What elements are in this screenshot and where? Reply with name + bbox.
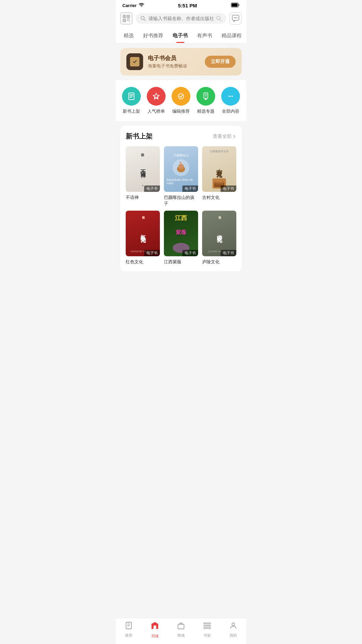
view-all-button[interactable]: 查看全部	[213, 133, 236, 140]
svg-point-30	[232, 96, 233, 97]
book-title-2: 巴颜喀拉山的孩子	[164, 195, 198, 207]
bottom-nav: 推荐 书城 商城 书架	[116, 618, 246, 644]
tab-haoshu[interactable]: 好书推荐	[138, 29, 168, 43]
svg-rect-5	[124, 16, 125, 17]
book-title-5: 江西紫薇	[164, 259, 198, 265]
tab-dianziShu[interactable]: 电子书	[168, 29, 192, 43]
category-popular[interactable]: 人气榜单	[147, 87, 166, 114]
svg-line-34	[180, 162, 181, 163]
status-left: Carrier	[122, 3, 144, 8]
battery-icon	[231, 3, 240, 8]
book-title-6: 庐陵文化	[202, 259, 236, 265]
search-icon	[140, 16, 146, 21]
book-item-gucun[interactable]: 古典建筑学丛书 古村文化 电子书 古村文化	[202, 146, 236, 207]
category-grid: 新书上架 人气榜单 编辑推荐	[119, 87, 243, 114]
svg-point-19	[237, 17, 238, 18]
book-cover-buyu-chan: 不知道山人的乡愁和他的时代 不语禅 ● 电子书	[126, 146, 160, 192]
svg-rect-45	[204, 625, 210, 626]
svg-rect-38	[126, 622, 131, 629]
svg-rect-1	[232, 3, 238, 7]
nav-shop[interactable]: 商城	[171, 622, 191, 638]
category-label-selected: 精选专题	[197, 108, 215, 114]
nav-mine-label: 我的	[230, 633, 237, 638]
membership-banner[interactable]: 电子书会员 海量电子书免费畅读 立即开通	[120, 48, 242, 75]
scan-icon[interactable]	[120, 12, 132, 24]
status-right	[231, 3, 240, 8]
category-label-popular: 人气榜单	[147, 108, 165, 114]
nav-recommend-label: 推荐	[125, 633, 132, 638]
book-badge-3: 电子书	[221, 185, 236, 192]
book-title-3: 古村文化	[202, 195, 236, 201]
chat-icon[interactable]	[230, 12, 242, 24]
svg-rect-46	[204, 628, 210, 629]
book-badge-6: 电子书	[221, 250, 236, 256]
section-title: 新书上架	[126, 132, 153, 141]
main-content: 电子书会员 海量电子书免费畅读 立即开通 新书上架	[116, 43, 246, 300]
category-icon-popular	[147, 87, 166, 106]
recommend-icon	[125, 622, 133, 632]
book-grid: 不知道山人的乡愁和他的时代 不语禅 ● 电子书 不语禅 巴颜喀拉山	[126, 146, 236, 265]
book-badge-1: 电子书	[144, 185, 160, 192]
section-header: 新书上架 查看全部	[126, 132, 236, 141]
book-title-4: 红色文化	[126, 259, 160, 265]
category-section: 新书上架 人气榜单 编辑推荐	[116, 80, 246, 121]
new-books-section: 新书上架 查看全部 不知道山人的乡愁和他的时代 不语禅 ●	[120, 126, 242, 271]
svg-point-47	[232, 623, 235, 626]
status-bar: Carrier 5:51 PM	[116, 0, 246, 10]
svg-line-15	[220, 19, 222, 21]
category-new-books[interactable]: 新书上架	[122, 87, 141, 114]
svg-point-32	[178, 164, 184, 169]
nav-shop-label: 商城	[177, 633, 185, 638]
svg-rect-7	[124, 20, 125, 21]
book-badge-5: 电子书	[182, 250, 198, 256]
category-all[interactable]: 全部内容	[221, 87, 240, 114]
svg-rect-25	[204, 93, 208, 98]
mine-icon	[229, 622, 237, 632]
search-input[interactable]	[148, 16, 214, 21]
category-label-editor: 编辑推荐	[172, 108, 190, 114]
book-badge-4: 电子书	[144, 250, 160, 256]
nav-recommend[interactable]: 推荐	[119, 622, 139, 638]
nav-shelf[interactable]: 书架	[197, 622, 217, 638]
tab-yousheng[interactable]: 有声书	[192, 29, 217, 43]
svg-line-11	[129, 21, 130, 22]
nav-tabs: 精选 好书推荐 电子书 有声书 精品课程 童卡	[116, 29, 246, 43]
book-title-1: 不语禅	[126, 195, 160, 201]
member-activate-button[interactable]: 立即开通	[205, 56, 236, 68]
book-item-buyu-chan[interactable]: 不知道山人的乡愁和他的时代 不语禅 ● 电子书 不语禅	[126, 146, 160, 207]
member-icon	[126, 53, 143, 70]
bookstore-icon	[150, 621, 160, 632]
shelf-icon	[203, 622, 211, 632]
carrier-label: Carrier	[122, 3, 137, 8]
category-selected[interactable]: 精选专题	[196, 87, 215, 114]
svg-line-13	[144, 19, 146, 21]
svg-point-18	[235, 17, 236, 18]
svg-point-17	[234, 17, 235, 18]
book-cover-gucun: 古典建筑学丛书 古村文化 电子书	[202, 146, 236, 192]
book-item-hongse[interactable]: 江西文化存稿 红色文化 HONGSE WENHUA 电子书 红色文化	[126, 211, 160, 265]
svg-rect-20	[129, 93, 134, 100]
book-item-bayan[interactable]: 巴颜喀拉山 Bayankala-Shan de Haizi 电子书 巴颜喀拉山的…	[164, 146, 198, 207]
nav-mine[interactable]: 我的	[223, 622, 243, 638]
book-item-zisui[interactable]: 江西 紫薇 电子书 江西紫薇	[164, 211, 198, 265]
book-item-luling[interactable]: 江西文化存稿 庐陵文化 LULING WENHUA 电子书 庐陵文化	[202, 211, 236, 265]
book-badge-2: 电子书	[182, 185, 198, 192]
category-label-all: 全部内容	[222, 108, 239, 114]
svg-rect-44	[204, 623, 210, 624]
header	[116, 10, 246, 29]
svg-rect-42	[154, 626, 156, 629]
book-cover-bayan: 巴颜喀拉山 Bayankala-Shan de Haizi 电子书	[164, 146, 198, 192]
svg-point-29	[230, 96, 231, 97]
tab-jingxuan[interactable]: 精选	[119, 29, 138, 43]
member-info: 电子书会员 海量电子书免费畅读	[148, 54, 200, 69]
search-submit-icon	[216, 16, 222, 21]
category-icon-new-books	[122, 87, 141, 106]
nav-shelf-label: 书架	[203, 633, 211, 638]
category-icon-all	[221, 87, 240, 106]
nav-bookstore[interactable]: 书城	[145, 621, 165, 639]
search-bar[interactable]	[136, 13, 226, 24]
category-editor[interactable]: 编辑推荐	[172, 87, 190, 114]
svg-rect-43	[178, 624, 184, 629]
tab-jingpin[interactable]: 精品课程	[217, 29, 246, 43]
nav-bookstore-label: 书城	[151, 634, 159, 639]
